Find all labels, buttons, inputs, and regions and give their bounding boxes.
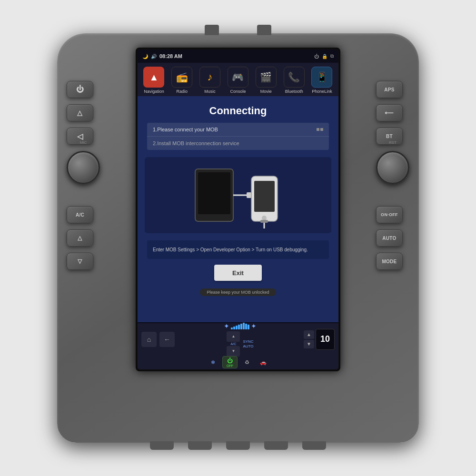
status-right: ⏻ 🔒 ⧉	[314, 53, 334, 59]
fan-bar-4	[238, 325, 240, 329]
screen-bezel: 🌙 🔊 08:28 AM ⏻ 🔒 ⧉ ▲ Navigation	[136, 48, 340, 371]
steps-list: 1.Please connect your MOB 2.Install MOB …	[147, 123, 329, 150]
dot-2	[320, 128, 323, 131]
down-fan-button[interactable]: ▼	[227, 346, 240, 357]
mode-button[interactable]: MODE	[376, 253, 403, 270]
navigation-label: Navigation	[144, 89, 164, 94]
step-1-dots	[317, 128, 323, 131]
step-1-text: 1.Please connect your MOB	[153, 127, 218, 132]
power-button-left[interactable]: ⏻	[67, 81, 93, 98]
exit-button[interactable]: Exit	[214, 265, 262, 281]
aps-button[interactable]: APS	[376, 81, 403, 98]
up-button-left[interactable]: △	[67, 229, 93, 247]
app-navigation[interactable]: ▲ Navigation	[143, 67, 164, 94]
fan-bar-7	[245, 324, 247, 329]
volume-icon: 🔊	[151, 54, 157, 59]
bottom-tab-3	[226, 441, 250, 450]
app-bar: ▲ Navigation 📻 Radio ♪ Music	[138, 63, 338, 96]
app-phonelink[interactable]: 📱 PhoneLink	[311, 67, 332, 94]
app-movie[interactable]: 🎬 Movie	[256, 67, 277, 94]
down-button-left[interactable]: ▽	[67, 253, 93, 270]
status-time: 08:28 AM	[159, 53, 182, 59]
phonelink-icon: 📱	[311, 67, 332, 88]
sync-label: SYNC	[243, 339, 253, 344]
app-music[interactable]: ♪ Music	[199, 67, 220, 94]
main-screen: 🌙 🔊 08:28 AM ⏻ 🔒 ⧉ ▲ Navigation	[138, 50, 338, 369]
bottom-icons-row: ❄ ⏻ OFF ♻ 🚗	[138, 355, 338, 369]
power-off-label: OFF	[227, 364, 233, 367]
svg-rect-3	[247, 192, 251, 198]
navigation-icon: ▲	[143, 67, 164, 88]
recirculate-icon[interactable]: ♻	[240, 357, 254, 367]
movie-label: Movie	[260, 89, 272, 94]
step-2: 2.Install MOB interconnection service	[147, 137, 329, 150]
temp-arrows: ▲ ▼	[304, 330, 314, 348]
bottom-tab-4	[264, 441, 288, 450]
climate-bar: ⌂ ← ✦	[138, 323, 338, 355]
up-fan-button[interactable]: ▲	[227, 331, 240, 342]
power-status-icon: ⏻	[314, 54, 319, 59]
rst-label: RST	[389, 140, 397, 145]
right-knob[interactable]	[376, 151, 409, 184]
music-label: Music	[204, 89, 216, 94]
temperature-value: 10	[320, 334, 330, 344]
temp-down-button[interactable]: ▼	[304, 340, 314, 348]
bottom-status-message: Please keep your MOB unlocked	[138, 287, 338, 298]
temp-up-button[interactable]: ▲	[304, 330, 314, 339]
app-console[interactable]: 🎮 Console	[228, 67, 248, 94]
fan-left-icon: ✦	[224, 322, 229, 330]
bluetooth-icon: 📞	[284, 67, 305, 88]
instructions-text: Enter MOB Settings > Open Developer Opti…	[153, 247, 308, 252]
music-icon: ♪	[199, 67, 220, 88]
power-off-button[interactable]: ⏻ OFF	[222, 356, 238, 368]
fan-bar-6	[243, 323, 245, 329]
bottom-tab-2	[188, 441, 212, 450]
exit-button-label: Exit	[232, 269, 244, 277]
defrost-icon[interactable]: 🚗	[257, 357, 270, 367]
app-bluetooth[interactable]: 📞 Bluetooth	[284, 67, 305, 94]
usb-connection-svg	[190, 162, 286, 228]
ac-button[interactable]: A/C	[67, 206, 93, 223]
climate-home-button[interactable]: ⌂	[141, 332, 157, 347]
mic-label: MIC	[80, 140, 87, 145]
console-icon: 🎮	[228, 67, 248, 88]
status-left: 🌙 🔊 08:28 AM	[142, 53, 182, 59]
status-pill-text: Please keep your MOB unlocked	[207, 290, 269, 295]
left-knob-container: MIC	[67, 151, 100, 184]
top-tab-left	[205, 25, 219, 35]
bottom-mounting-tabs	[150, 441, 326, 450]
ac-climate-label: A/C	[231, 342, 237, 346]
status-bar: 🌙 🔊 08:28 AM ⏻ 🔒 ⧉	[138, 50, 338, 63]
bluetooth-label: Bluetooth	[285, 89, 303, 94]
lock-status-icon: 🔒	[322, 54, 327, 59]
fan-bar-2	[233, 327, 235, 329]
app-radio[interactable]: 📻 Radio	[171, 67, 192, 94]
triangle-button-left[interactable]: △	[67, 104, 93, 121]
back-button-right[interactable]: ⟵	[376, 104, 403, 121]
car-head-unit: ⏻ △ ◁ MIC A/C △ ▽ APS ⟵ BT RST ON·OFF AU…	[57, 33, 419, 443]
instructions-box: Enter MOB Settings > Open Developer Opti…	[147, 240, 329, 259]
movie-icon: 🎬	[256, 67, 277, 88]
bottom-bar: ⌂ ← ✦	[138, 322, 338, 369]
left-knob[interactable]	[67, 151, 100, 184]
svg-rect-7	[260, 220, 268, 223]
fan-bar-5	[240, 324, 242, 329]
step-2-text: 2.Install MOB interconnection service	[153, 140, 239, 146]
auto-label: AUTO	[243, 344, 253, 348]
onoff-button[interactable]: ON·OFF	[376, 206, 403, 223]
main-content: Connecting 1.Please connect your MOB 2.I…	[138, 96, 338, 322]
climate-back-button[interactable]: ←	[159, 332, 175, 347]
console-label: Console	[230, 89, 246, 94]
top-tab-right	[257, 25, 271, 35]
snowflake-icon[interactable]: ❄	[206, 357, 219, 367]
svg-point-6	[262, 216, 267, 220]
fan-bar-1	[231, 327, 233, 329]
radio-label: Radio	[177, 89, 188, 94]
fan-bar-8	[248, 325, 249, 329]
window-status-icon: ⧉	[330, 53, 334, 59]
fan-speed-bars	[231, 323, 249, 329]
fan-bar-3	[236, 326, 238, 329]
top-mounting-tabs	[205, 25, 271, 35]
auto-button[interactable]: AUTO	[376, 229, 403, 247]
temperature-section: ▲ ▼ 10	[304, 329, 335, 350]
